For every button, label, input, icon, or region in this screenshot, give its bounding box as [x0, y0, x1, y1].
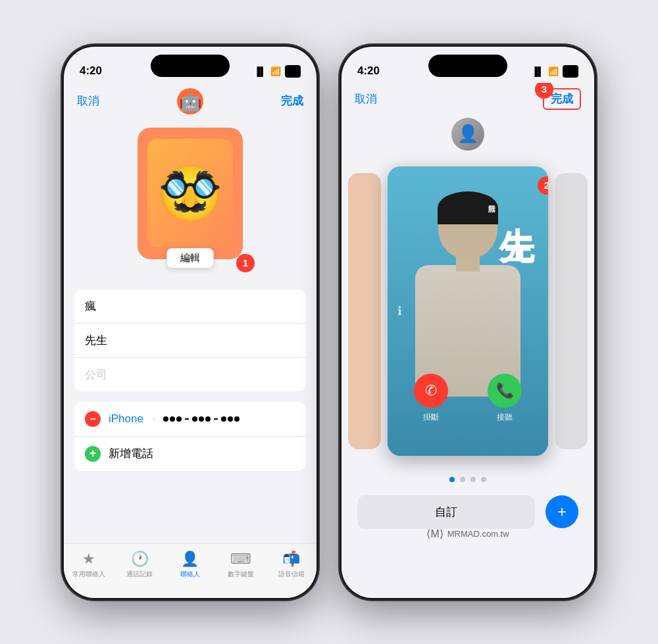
page-dots [342, 469, 594, 490]
signal-icon: ▐▌ [254, 66, 266, 76]
memoji-display: 🥸 [147, 139, 233, 247]
poster-carousel: 行動電話 先生 2 ℹ ✆ [342, 153, 594, 469]
status-icons-1: ▐▌ 📶 80 [254, 65, 301, 78]
contact-avatar-small: 👤 [451, 118, 484, 151]
tab-bar-1: ★ 常用聯絡人 🕐 通話記錄 👤 聯絡人 ⌨ 數字鍵盤 [64, 543, 316, 598]
favorites-icon: ★ [82, 551, 95, 568]
poster-nav: 取消 完成 3 [342, 83, 594, 118]
add-poster-btn[interactable]: + [545, 495, 578, 528]
accept-btn[interactable]: 📞 [488, 374, 522, 408]
watermark: ⟨M⟩ MRMAD.com.tw [342, 528, 594, 540]
wifi-icon-2: 📶 [548, 66, 559, 76]
status-time-1: 4:20 [80, 64, 102, 78]
form-fields: 瘋 先生 公司 [74, 289, 306, 391]
recents-icon: 🕐 [131, 551, 149, 568]
wifi-icon: 📶 [270, 66, 281, 76]
dynamic-island-2 [428, 55, 507, 77]
phone-number [163, 416, 295, 422]
add-phone-row[interactable]: + 新增電話 [74, 437, 306, 471]
dynamic-island-1 [151, 55, 230, 77]
favorites-label: 常用聯絡人 [72, 570, 105, 579]
done-btn-1[interactable]: 完成 [281, 93, 303, 109]
cancel-btn-1[interactable]: 取消 [77, 93, 99, 109]
remove-phone-btn[interactable]: − [85, 411, 101, 427]
recents-label: 通話記錄 [126, 570, 153, 579]
status-time-2: 4:20 [357, 64, 380, 78]
contact-avatar-area: 👤 [342, 118, 594, 151]
avatar-card: 🥸 [138, 128, 243, 259]
battery-1: 80 [285, 65, 301, 78]
company-field[interactable]: 公司 [74, 358, 306, 391]
nav-bar-1: 取消 🤖 完成 [64, 83, 316, 122]
last-name-field[interactable]: 先生 [74, 324, 306, 358]
reject-btn[interactable]: ✆ [414, 374, 448, 408]
avatar-card-wrapper: 🥸 編輯 1 [138, 128, 243, 259]
tab-recents[interactable]: 🕐 通話記錄 [114, 551, 165, 579]
battery-2: 80 [563, 65, 578, 78]
call-buttons: ✆ 掛斷 📞 接聽 [388, 374, 548, 423]
status-icons-2: ▐▌ 📶 80 [532, 65, 578, 78]
add-phone-icon: + [85, 446, 101, 462]
add-phone-label: 新增電話 [109, 446, 153, 461]
tab-keypad[interactable]: ⌨ 數字鍵盤 [215, 551, 266, 579]
tab-voicemail[interactable]: 📬 語音信箱 [266, 551, 316, 579]
dot-4 [481, 477, 486, 482]
phone-row: − iPhone › [74, 402, 306, 437]
poster-card-prev [348, 173, 381, 449]
contacts-icon: 👤 [181, 551, 199, 568]
cancel-btn-2[interactable]: 取消 [355, 91, 377, 107]
accept-btn-wrap: 📞 接聽 [488, 374, 522, 423]
watermark-text: MRMAD.com.tw [447, 529, 509, 539]
phone2-inner: 4:20 ▐▌ 📶 80 取消 完成 3 [342, 47, 594, 598]
tab-contacts[interactable]: 👤 聯絡人 [165, 551, 216, 579]
accept-label: 接聽 [497, 412, 513, 423]
phone1-frame: 4:20 ▐▌ 📶 80 取消 🤖 完成 [62, 45, 318, 600]
done-btn-wrapper: 完成 3 [543, 88, 581, 110]
phone2-frame: 4:20 ▐▌ 📶 80 取消 完成 3 [340, 45, 596, 600]
avatar-card-section: 🥸 編輯 1 [64, 122, 316, 270]
page-container: 4:20 ▐▌ 📶 80 取消 🤖 完成 [36, 18, 622, 626]
voicemail-icon: 📬 [282, 551, 300, 568]
poster-card-main: 行動電話 先生 2 ℹ ✆ [388, 166, 548, 456]
phone-chevron: › [153, 414, 155, 424]
phone2-content: 取消 完成 3 👤 [342, 83, 594, 598]
signal-icon-2: ▐▌ [532, 66, 544, 76]
person-figure [388, 186, 548, 397]
phone-section: − iPhone › [74, 402, 306, 471]
dot-3 [470, 477, 476, 482]
tab-favorites[interactable]: ★ 常用聯絡人 [64, 551, 114, 579]
keypad-icon: ⌨ [230, 551, 251, 568]
voicemail-label: 語音信箱 [278, 570, 305, 579]
reject-label: 掛斷 [423, 412, 439, 423]
step1-badge: 1 [236, 254, 255, 272]
nav-avatar: 🤖 [177, 88, 203, 114]
customize-btn[interactable]: 自訂 [357, 495, 535, 529]
dot-2 [460, 477, 465, 482]
dot-1 [449, 477, 455, 482]
done-btn-2[interactable]: 完成 [551, 93, 573, 105]
reject-btn-wrap: ✆ 掛斷 [414, 374, 448, 423]
contacts-label: 聯絡人 [180, 570, 200, 579]
phone-label: iPhone [109, 412, 143, 426]
phone1-inner: 4:20 ▐▌ 📶 80 取消 🤖 完成 [64, 47, 316, 598]
poster-card-next [555, 173, 588, 449]
edit-button[interactable]: 編輯 [166, 248, 214, 268]
first-name-field[interactable]: 瘋 [74, 289, 306, 324]
keypad-label: 數字鍵盤 [228, 570, 254, 579]
step3-badge: 3 [535, 83, 553, 99]
phone1-content: 取消 🤖 完成 🥸 [64, 83, 316, 598]
info-icon: ℹ [397, 304, 402, 318]
